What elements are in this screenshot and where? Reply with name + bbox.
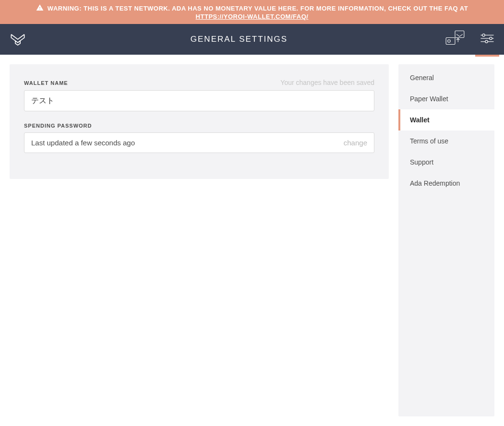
sidebar-item-label: Wallet <box>410 116 430 124</box>
svg-point-2 <box>448 40 451 43</box>
settings-main-panel: WALLET NAME Your changes have been saved… <box>10 64 389 179</box>
wallet-name-save-status: Your changes have been saved <box>280 79 374 86</box>
wallets-nav-icon[interactable] <box>444 29 466 49</box>
sidebar-item-label: Ada Redemption <box>410 179 460 187</box>
content-area: WALLET NAME Your changes have been saved… <box>0 55 504 426</box>
faq-link[interactable]: HTTPS://YOROI-WALLET.COM/FAQ/ <box>196 13 309 20</box>
wallet-name-label: WALLET NAME <box>24 80 68 86</box>
sidebar-item-label: Terms of use <box>410 137 448 145</box>
top-nav: GENERAL SETTINGS <box>0 24 504 55</box>
warning-text: WARNING: THIS IS A TEST NETWORK. ADA HAS… <box>48 5 468 12</box>
sidebar-item-ada-redemption[interactable]: Ada Redemption <box>398 173 494 194</box>
test-network-warning-banner: WARNING: THIS IS A TEST NETWORK. ADA HAS… <box>0 0 504 24</box>
sidebar-item-wallet[interactable]: Wallet <box>398 109 494 130</box>
sidebar-item-paper-wallet[interactable]: Paper Wallet <box>398 88 494 109</box>
sidebar-item-terms-of-use[interactable]: Terms of use <box>398 130 494 152</box>
warning-icon <box>36 4 44 13</box>
wallet-name-input[interactable] <box>24 90 374 111</box>
wallet-name-field-group: WALLET NAME Your changes have been saved <box>24 79 374 111</box>
yoroi-logo[interactable] <box>10 31 34 47</box>
spending-password-label: SPENDING PASSWORD <box>24 123 92 129</box>
spending-password-field-group: SPENDING PASSWORD Last updated a few sec… <box>24 123 374 153</box>
settings-sidebar: General Paper Wallet Wallet Terms of use… <box>398 64 494 416</box>
svg-point-6 <box>490 37 492 39</box>
sidebar-item-label: Paper Wallet <box>410 95 448 103</box>
sidebar-item-support[interactable]: Support <box>398 152 494 173</box>
spending-password-row: Last updated a few seconds ago change <box>24 132 374 153</box>
settings-nav-icon[interactable] <box>480 33 494 46</box>
svg-point-4 <box>482 34 485 36</box>
spending-password-status: Last updated a few seconds ago <box>31 139 344 147</box>
sidebar-item-label: General <box>410 74 434 82</box>
change-password-link[interactable]: change <box>344 139 367 147</box>
sidebar-item-label: Support <box>410 158 433 166</box>
sidebar-item-general[interactable]: General <box>398 64 494 88</box>
page-title: GENERAL SETTINGS <box>34 35 444 44</box>
svg-point-8 <box>485 40 488 43</box>
